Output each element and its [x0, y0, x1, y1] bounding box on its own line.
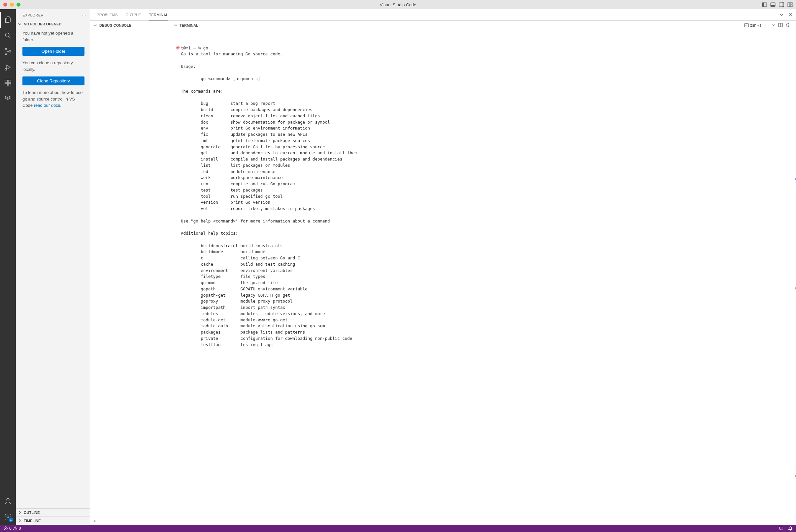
explorer-msg-learn: To learn more about how to use git and s…: [22, 89, 85, 109]
title-bar: Visual Studio Code: [0, 0, 796, 9]
svg-rect-7: [790, 3, 792, 4]
toggle-panel-icon[interactable]: [770, 2, 776, 7]
terminal-icon: [744, 23, 749, 28]
kill-terminal-icon[interactable]: [785, 23, 790, 28]
svg-rect-3: [771, 5, 775, 6]
debug-console-pane[interactable]: >: [90, 30, 170, 525]
tab-terminal[interactable]: TERMINAL: [149, 10, 168, 20]
feedback-icon: [779, 526, 783, 531]
chevron-right-icon: [17, 518, 22, 524]
files-icon: [4, 16, 12, 24]
error-status-icon: [176, 46, 180, 50]
bell-icon: [788, 526, 793, 531]
terminal-pane[interactable]: t@m1 ~ % go Go is a tool for managing Go…: [170, 30, 796, 525]
svg-rect-6: [788, 3, 790, 6]
panel-close-icon[interactable]: [788, 12, 793, 18]
chevron-right-icon: [17, 510, 22, 515]
panel-region: PROBLEMS OUTPUT TERMINAL DEBUG CONSOLE T…: [90, 9, 796, 525]
panel-tabs: PROBLEMS OUTPUT TERMINAL: [90, 9, 796, 21]
sidebar-title-label: EXPLORER: [22, 13, 43, 17]
new-terminal-icon[interactable]: [764, 23, 768, 28]
activity-search[interactable]: [0, 28, 16, 43]
explorer-msg-clone: You can clone a repository locally.: [22, 60, 85, 73]
terminal-header[interactable]: TERMINAL zsh - t: [170, 21, 796, 30]
status-notifications[interactable]: [788, 526, 793, 531]
panel-chevron-down-icon[interactable]: [779, 12, 784, 18]
svg-rect-1: [762, 3, 764, 6]
terminal-output: Go is a tool for managing Go source code…: [181, 52, 357, 347]
activity-accounts[interactable]: [0, 493, 16, 509]
customize-layout-icon[interactable]: [788, 2, 793, 7]
clone-repository-button[interactable]: Clone Repository: [22, 76, 85, 86]
maximize-window-button[interactable]: [17, 3, 20, 6]
activity-extra[interactable]: [0, 91, 16, 107]
close-window-button[interactable]: [3, 3, 7, 6]
warning-icon: [13, 526, 18, 531]
svg-rect-15: [8, 80, 11, 83]
svg-point-18: [6, 498, 9, 501]
activity-extensions[interactable]: [0, 75, 16, 91]
chevron-down-icon: [17, 21, 22, 27]
svg-point-10: [5, 49, 7, 50]
svg-point-12: [9, 51, 11, 52]
tab-problems[interactable]: PROBLEMS: [97, 10, 118, 20]
activity-run-debug[interactable]: [0, 59, 16, 75]
terminal-overview-ruler[interactable]: [795, 30, 796, 525]
source-control-icon: [4, 48, 12, 55]
chevron-down-icon: [173, 23, 178, 28]
activity-bar: 1: [0, 9, 16, 525]
title-right-controls: [762, 2, 793, 7]
chevron-down-icon: [93, 23, 98, 28]
toggle-secondary-sidebar-icon[interactable]: [779, 2, 784, 7]
terminal-toolbar: zsh - t: [744, 23, 793, 28]
window-title: Visual Studio Code: [0, 2, 796, 7]
status-feedback[interactable]: [779, 526, 783, 531]
debug-console-prompt: >: [93, 518, 96, 524]
terminal-shell-label[interactable]: zsh - t: [744, 23, 761, 28]
section-timeline[interactable]: TIMELINE: [16, 516, 90, 525]
toggle-primary-sidebar-icon[interactable]: [762, 2, 767, 7]
svg-point-9: [5, 33, 9, 37]
account-icon: [4, 497, 12, 505]
section-no-folder-opened[interactable]: NO FOLDER OPENED: [16, 21, 90, 27]
extensions-icon: [4, 79, 12, 87]
svg-rect-4: [779, 3, 784, 6]
read-our-docs-link[interactable]: read our docs: [34, 103, 60, 108]
sidebar-explorer: EXPLORER ··· NO FOLDER OPENED You have n…: [16, 9, 90, 525]
svg-rect-5: [782, 3, 784, 6]
settings-badge: 1: [8, 517, 13, 522]
svg-point-11: [5, 53, 7, 55]
split-terminal-icon[interactable]: [778, 23, 783, 28]
terminal-dropdown-icon[interactable]: [771, 23, 776, 28]
svg-rect-8: [790, 5, 792, 6]
status-problems[interactable]: 0 0: [3, 526, 21, 531]
debug-console-header[interactable]: DEBUG CONSOLE: [90, 21, 170, 30]
error-icon: [3, 526, 8, 531]
window-controls: [3, 3, 20, 6]
svg-rect-17: [8, 83, 11, 86]
terminal-prompt-line: t@m1 ~ % go: [181, 45, 208, 51]
search-icon: [4, 32, 12, 40]
debug-icon: [4, 63, 12, 71]
svg-rect-16: [5, 83, 7, 86]
open-folder-button[interactable]: Open Folder: [22, 47, 85, 56]
activity-explorer[interactable]: [0, 12, 16, 28]
sidebar-more-icon[interactable]: ···: [82, 13, 86, 17]
tab-output[interactable]: OUTPUT: [126, 10, 141, 20]
activity-source-control[interactable]: [0, 43, 16, 59]
svg-point-19: [7, 516, 9, 518]
activity-settings[interactable]: 1: [0, 509, 16, 525]
svg-rect-14: [5, 80, 7, 83]
section-outline[interactable]: OUTLINE: [16, 508, 90, 516]
explorer-msg-not-opened: You have not yet opened a folder.: [22, 30, 85, 43]
status-bar: 0 0: [0, 525, 796, 532]
terraform-icon: [4, 95, 12, 103]
minimize-window-button[interactable]: [10, 3, 14, 6]
